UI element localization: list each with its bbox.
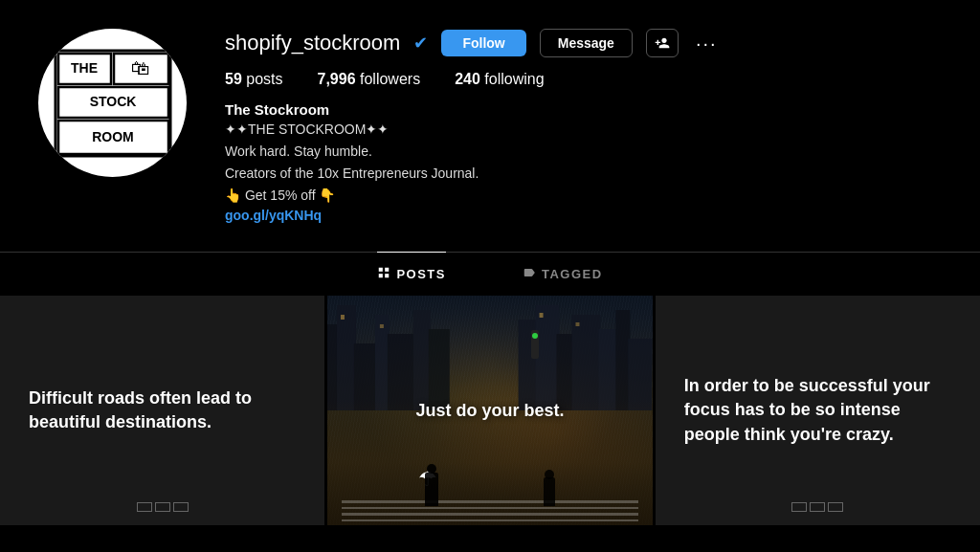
bio-section: The Stockroom ✦✦THE STOCKROOM✦✦ Work har… xyxy=(225,101,942,223)
bio-line4: 👆 Get 15% off 👇 xyxy=(225,186,942,206)
post-quote-3: In order to be successful your focus has… xyxy=(656,345,980,475)
verified-badge: ✔ xyxy=(413,33,428,54)
message-button[interactable]: Message xyxy=(540,29,633,57)
username: shopify_stockroom xyxy=(225,31,400,55)
svg-rect-18 xyxy=(413,310,431,410)
post-item-1[interactable]: Difficult roads often lead to beautiful … xyxy=(0,296,324,525)
post-logo-badge-1 xyxy=(137,502,189,512)
bio-line3: Creators of the 10x Entrepreneurs Journa… xyxy=(225,164,942,184)
svg-rect-16 xyxy=(375,315,390,410)
avatar-logo: THE 🛍 STOCK ROOM xyxy=(51,46,175,161)
following-stat: 240 following xyxy=(455,71,544,88)
svg-text:ROOM: ROOM xyxy=(92,129,134,144)
street-caption: Just do your best. xyxy=(415,401,564,421)
svg-rect-27 xyxy=(341,315,345,320)
tag-icon xyxy=(523,266,536,282)
svg-rect-25 xyxy=(616,310,631,410)
svg-rect-29 xyxy=(540,313,544,318)
tab-posts-label: POSTS xyxy=(396,267,446,281)
svg-text:THE: THE xyxy=(71,60,98,76)
traffic-light xyxy=(531,330,539,359)
post-item-3[interactable]: In order to be successful your focus has… xyxy=(656,296,980,525)
grid-icon xyxy=(377,266,390,282)
svg-rect-10 xyxy=(386,268,390,272)
bio-line1: ✦✦THE STOCKROOM✦✦ xyxy=(225,120,942,140)
tab-tagged[interactable]: TAGGED xyxy=(523,252,603,296)
street-photo: ☂ Just do your best. xyxy=(327,296,652,525)
buildings-silhouette xyxy=(327,296,652,410)
profile-section: THE 🛍 STOCK ROOM shopify_stockroom ✔ Fol… xyxy=(0,0,980,242)
svg-rect-12 xyxy=(386,274,390,277)
person-silhouette-1 xyxy=(425,473,438,506)
svg-rect-30 xyxy=(576,322,580,326)
svg-rect-14 xyxy=(337,305,356,410)
post-logo-badge-3 xyxy=(791,502,843,512)
bio-line2: Work hard. Stay humble. xyxy=(225,142,942,162)
profile-header-row: shopify_stockroom ✔ Follow Message ··· xyxy=(225,29,942,57)
svg-rect-23 xyxy=(572,315,601,410)
stats-row: 59 posts 7,996 followers 240 following xyxy=(225,71,942,88)
profile-info: shopify_stockroom ✔ Follow Message ··· 5… xyxy=(225,29,942,223)
bio-name: The Stockroom xyxy=(225,101,942,118)
svg-rect-28 xyxy=(380,324,384,328)
post-quote-1: Difficult roads often lead to beautiful … xyxy=(0,358,324,463)
svg-rect-9 xyxy=(379,268,383,272)
svg-rect-11 xyxy=(379,274,383,277)
svg-text:STOCK: STOCK xyxy=(89,94,136,109)
person-silhouette-2 xyxy=(544,477,555,506)
tabs-section: POSTS TAGGED xyxy=(0,252,980,296)
tab-tagged-label: TAGGED xyxy=(542,267,603,281)
tab-posts[interactable]: POSTS xyxy=(377,252,446,296)
followers-stat: 7,996 followers xyxy=(318,71,421,88)
svg-rect-21 xyxy=(536,305,560,410)
svg-text:🛍: 🛍 xyxy=(131,57,150,78)
crosswalk xyxy=(327,497,652,525)
more-options-button[interactable]: ··· xyxy=(692,33,722,55)
posts-grid: Difficult roads often lead to beautiful … xyxy=(0,296,980,525)
posts-stat: 59 posts xyxy=(225,71,283,88)
avatar: THE 🛍 STOCK ROOM xyxy=(38,29,187,177)
follow-button[interactable]: Follow xyxy=(441,30,525,56)
add-user-button[interactable] xyxy=(646,29,679,57)
bio-link[interactable]: goo.gl/yqKNHq xyxy=(225,208,942,223)
person-add-icon xyxy=(655,35,670,51)
post-item-2[interactable]: ☂ Just do your best. xyxy=(327,296,652,525)
